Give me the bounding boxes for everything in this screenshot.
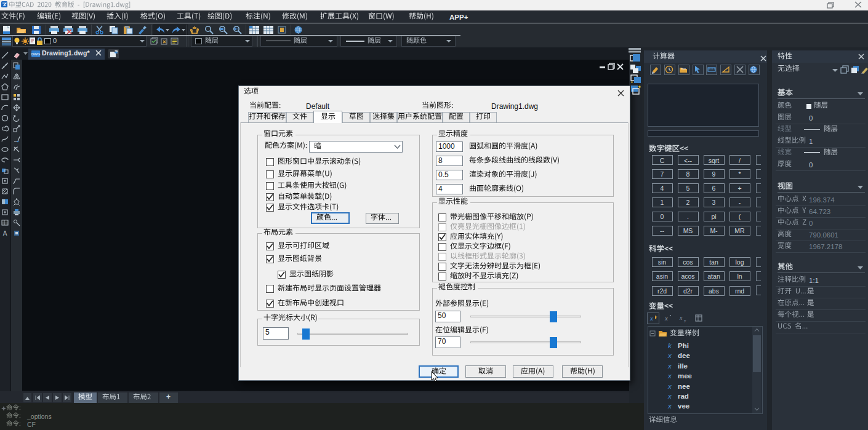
svg-text:DWG: DWG [31,52,41,56]
svg-text:y: y [684,318,686,323]
svg-text:x: x [664,314,668,322]
svg-text:A: A [3,230,7,237]
svg-text:x: x [679,314,683,321]
